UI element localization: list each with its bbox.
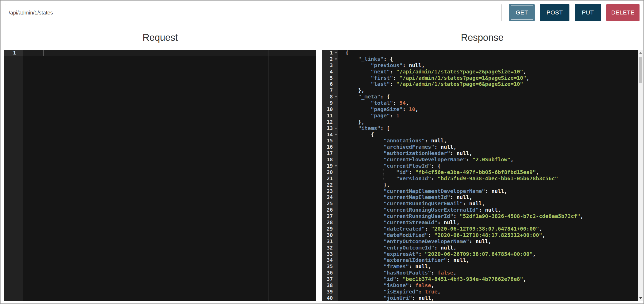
gutter-line-number: 1 — [322, 50, 338, 56]
code-line: "first": "/api/admin/1/states?page=1&pag… — [338, 75, 638, 81]
code-line: "entryOutcomeId": null, — [338, 245, 638, 251]
gutter-line-number: 26 — [322, 207, 338, 213]
code-line: "joinUri": null, — [338, 295, 638, 301]
gutter-line-number: 11 — [322, 113, 338, 119]
gutter-line-number: 31 — [322, 238, 338, 245]
code-line: "pageSize": 10, — [338, 106, 638, 113]
gutter-line-number: 38 — [322, 282, 338, 289]
gutter-line-number: 20 — [322, 169, 338, 176]
code-line: "previous": null, — [338, 62, 638, 69]
gutter-line-number: 22 — [322, 182, 338, 188]
gutter-line-number: 2 — [322, 56, 338, 62]
scroll-down-icon[interactable] — [639, 297, 642, 299]
gutter-line-number: 34 — [322, 257, 338, 263]
code-line: "page": 1 — [338, 113, 638, 119]
code-line: "externalIdentifier": null, — [338, 257, 638, 263]
fold-arrow-icon[interactable] — [335, 96, 337, 98]
gutter-line-number: 27 — [322, 213, 338, 220]
response-editor[interactable]: 1234567891011121314151617181920212223242… — [322, 50, 643, 301]
gutter-line-number: 1 — [4, 50, 23, 56]
gutter-line-number: 37 — [322, 276, 338, 282]
gutter-line-number: 17 — [322, 150, 338, 157]
gutter-line-number: 23 — [322, 188, 338, 195]
response-panel-title: Response — [322, 32, 643, 45]
request-code[interactable] — [23, 50, 316, 301]
print-margin-ruler — [269, 50, 269, 301]
gutter-line-number: 33 — [322, 251, 338, 257]
scrollbar-thumb[interactable] — [639, 57, 642, 83]
gutter-line-number: 15 — [322, 138, 338, 144]
gutter-line-number: 5 — [322, 75, 338, 81]
code-line: "expiresAt": "2020-06-26T09:38:07.647854… — [338, 251, 638, 257]
gutter-line-number: 29 — [322, 226, 338, 232]
code-line: { — [338, 50, 638, 56]
gutter-line-number: 28 — [322, 220, 338, 226]
request-gutter: 1 — [4, 50, 23, 301]
code-line: "total": 54, — [338, 100, 638, 106]
code-line: "id": "fb4cf56e-e3ba-497f-bb05-6bf8fbd15… — [338, 169, 638, 176]
code-line: "currentRunningUserExternalId": null, — [338, 207, 638, 213]
gutter-line-number: 30 — [322, 232, 338, 238]
code-line: "currentFlowDeveloperName": "2.0Subflow"… — [338, 157, 638, 163]
gutter-line-number: 12 — [322, 119, 338, 125]
code-line: "id": "bec1b374-8451-4bf3-934e-4b77862e7… — [338, 276, 638, 282]
response-scrollbar[interactable] — [638, 50, 643, 301]
code-line: }, — [338, 87, 638, 94]
fold-arrow-icon[interactable] — [335, 165, 337, 167]
gutter-line-number: 25 — [322, 201, 338, 207]
gutter-line-number: 32 — [322, 245, 338, 251]
gutter-line-number: 21 — [322, 176, 338, 182]
code-line: "currentRunningUserId": "52df1a90-3826-4… — [338, 213, 638, 220]
code-line: "dateCreated": "2020-06-12T09:38:07.6478… — [338, 226, 638, 232]
gutter-line-number: 40 — [322, 295, 338, 301]
fold-arrow-icon[interactable] — [335, 58, 337, 60]
gutter-line-number: 9 — [322, 100, 338, 106]
fold-arrow-icon[interactable] — [335, 52, 337, 54]
gutter-line-number: 16 — [322, 144, 338, 150]
code-line: "items": [ — [338, 125, 638, 132]
request-editor[interactable]: 1 — [4, 50, 316, 301]
gutter-line-number: 14 — [322, 132, 338, 138]
code-line: "hasRootFaults": false, — [338, 270, 638, 276]
fold-arrow-icon[interactable] — [335, 128, 337, 129]
gutter-line-number: 13 — [322, 125, 338, 132]
response-code[interactable]: {"_links": {"previous": null,"next": "/a… — [338, 50, 638, 301]
code-line: "currentFlowId": { — [338, 163, 638, 169]
gutter-line-number: 7 — [322, 87, 338, 94]
post-button[interactable]: POST — [540, 4, 569, 21]
gutter-line-number: 18 — [322, 157, 338, 163]
code-line — [23, 50, 316, 56]
put-button[interactable]: PUT — [575, 4, 601, 21]
code-line: "next": "/api/admin/1/states?page=2&page… — [338, 69, 638, 75]
gutter-line-number: 35 — [322, 263, 338, 270]
get-button[interactable]: GET — [509, 4, 535, 21]
code-line: }, — [338, 119, 638, 125]
gutter-line-number: 24 — [322, 194, 338, 201]
code-line: "entryOutcomeDeveloperName": null, — [338, 238, 638, 245]
gutter-line-number: 6 — [322, 81, 338, 87]
response-gutter: 1234567891011121314151617181920212223242… — [322, 50, 338, 301]
code-line: "archivedFrames": null, — [338, 144, 638, 150]
gutter-line-number: 10 — [322, 106, 338, 113]
code-line: "currentStreamId": null, — [338, 220, 638, 226]
gutter-line-number: 36 — [322, 270, 338, 276]
code-line: "currentMapElementDeveloperName": null, — [338, 188, 638, 195]
code-line: { — [338, 132, 638, 138]
gutter-line-number: 4 — [322, 69, 338, 75]
code-line: }, — [338, 182, 638, 188]
code-line: "isDone": false, — [338, 282, 638, 289]
scroll-up-icon[interactable] — [639, 52, 642, 54]
gutter-line-number: 39 — [322, 289, 338, 295]
code-line: "authorizationHeader": null, — [338, 150, 638, 157]
code-line: "isExpired": true, — [338, 289, 638, 295]
code-line: "_links": { — [338, 56, 638, 62]
api-console-page: { "url_bar": { "value": "/api/admin/1/st… — [0, 0, 644, 304]
delete-button[interactable]: DELETE — [606, 4, 640, 21]
gutter-line-number: 8 — [322, 94, 338, 100]
request-panel-title: Request — [4, 32, 316, 45]
code-line: "annotations": null, — [338, 138, 638, 144]
url-input[interactable] — [5, 4, 502, 21]
code-line: "currentMapElementId": null, — [338, 194, 638, 201]
fold-arrow-icon[interactable] — [335, 134, 337, 136]
code-line: "currentRunningUserEmail": null, — [338, 201, 638, 207]
